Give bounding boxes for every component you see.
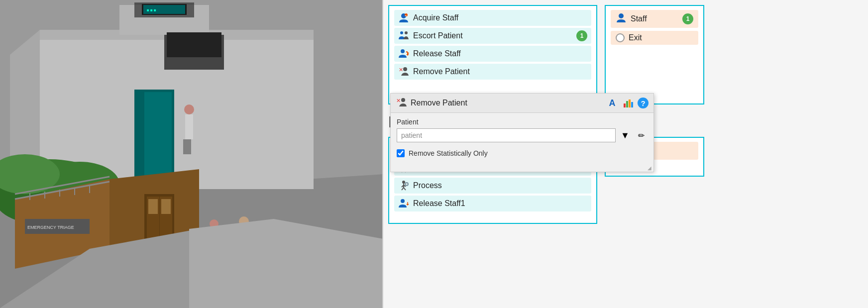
escort-patient-icon: [398, 30, 409, 41]
checkbox-row: Remove Statistically Only: [397, 147, 648, 159]
svg-rect-66: [631, 102, 633, 107]
staff-resource-icon: [616, 12, 627, 25]
popup-header: ✕ Remove Patient A: [391, 94, 653, 113]
svg-point-62: [401, 98, 405, 102]
svg-text:✕: ✕: [399, 67, 403, 73]
svg-point-79: [402, 181, 405, 184]
remove-patient-label: Remove Patient: [413, 67, 470, 76]
exit-resource[interactable]: Exit: [611, 31, 698, 45]
staff-resource-badge: 1: [682, 13, 693, 24]
edit-btn[interactable]: ✏: [635, 129, 648, 142]
dropdown-btn[interactable]: ▼: [619, 129, 632, 142]
acquire-staff-icon: +: [398, 12, 409, 23]
svg-rect-17: [187, 139, 191, 154]
help-icon-btn[interactable]: ?: [638, 98, 649, 108]
svg-rect-65: [629, 100, 631, 107]
svg-text:EMERGENCY TRIAGE: EMERGENCY TRIAGE: [27, 225, 74, 230]
release-staff1-label: Release Staff1: [413, 199, 465, 208]
process-icon: [398, 180, 409, 191]
right-panel: + Acquire Staff Escort Patient 1: [383, 0, 868, 308]
popup-title: Remove Patient: [411, 99, 602, 107]
staff-resource[interactable]: Staff 1: [611, 10, 698, 28]
escort-patient-item[interactable]: Escort Patient 1: [394, 28, 591, 44]
staff-resource-label: Staff: [631, 14, 647, 23]
svg-rect-63: [624, 103, 626, 107]
acquire-staff-label: Acquire Staff: [413, 13, 458, 22]
exit-resource-label: Exit: [629, 33, 642, 42]
font-icon-btn[interactable]: A: [606, 97, 619, 109]
svg-point-67: [619, 13, 624, 18]
svg-line-84: [404, 188, 406, 190]
release-staff-icon: [398, 48, 409, 59]
remove-patient-item[interactable]: ✕ Remove Patient: [394, 64, 591, 80]
popup-header-icons: A ?: [606, 97, 649, 109]
svg-rect-11: [167, 32, 221, 57]
svg-point-56: [400, 31, 403, 34]
release-staff1-item[interactable]: Release Staff1: [394, 196, 591, 211]
svg-point-87: [401, 199, 405, 203]
patient-label: Patient: [397, 118, 648, 126]
patient-input-row: ▼ ✏: [397, 128, 648, 142]
svg-rect-37: [161, 199, 171, 214]
popup-resize-handle[interactable]: ◢: [391, 164, 653, 172]
svg-rect-13: [144, 92, 172, 177]
remove-patient-icon: ✕: [398, 66, 409, 77]
checkbox-label: Remove Statistically Only: [409, 149, 488, 157]
top-row: + Acquire Staff Escort Patient 1: [388, 5, 863, 104]
escort-patient-badge: 1: [576, 30, 587, 41]
escort-patient-label: Escort Patient: [413, 31, 463, 40]
process-item[interactable]: Process: [394, 178, 591, 194]
svg-rect-15: [185, 114, 193, 139]
svg-rect-16: [183, 139, 187, 154]
svg-point-57: [405, 31, 408, 34]
svg-point-58: [401, 49, 405, 53]
scene-panel: ■ ■ ■ EMERGENCY TRIAGE: [0, 0, 383, 308]
release-staff-item[interactable]: Release Staff: [394, 46, 591, 62]
svg-point-14: [184, 104, 194, 114]
svg-point-86: [406, 183, 408, 185]
remove-statistically-checkbox[interactable]: [397, 149, 405, 157]
release-staff-label: Release Staff: [413, 49, 461, 58]
top-process-block: + Acquire Staff Escort Patient 1: [388, 5, 597, 104]
exit-circle-icon: [616, 33, 625, 42]
chart-icon-btn[interactable]: [622, 97, 635, 109]
svg-rect-36: [148, 199, 158, 214]
popup-remove-icon: ✕: [396, 97, 407, 109]
process-label-item: Process: [413, 181, 442, 190]
svg-text:■ ■ ■: ■ ■ ■: [147, 8, 156, 12]
svg-text:+: +: [405, 14, 407, 17]
top-resource-block: Staff 1 Exit: [605, 5, 704, 104]
remove-patient-dialog: ✕ Remove Patient A: [390, 93, 654, 172]
acquire-staff-item[interactable]: + Acquire Staff: [394, 10, 591, 26]
popup-body: Patient ▼ ✏ Remove Statistically Only: [391, 113, 653, 164]
release-staff1-icon: [398, 198, 409, 209]
svg-point-60: [403, 67, 407, 71]
svg-text:✕: ✕: [396, 98, 401, 103]
svg-rect-64: [626, 101, 628, 107]
patient-input[interactable]: [397, 128, 616, 142]
